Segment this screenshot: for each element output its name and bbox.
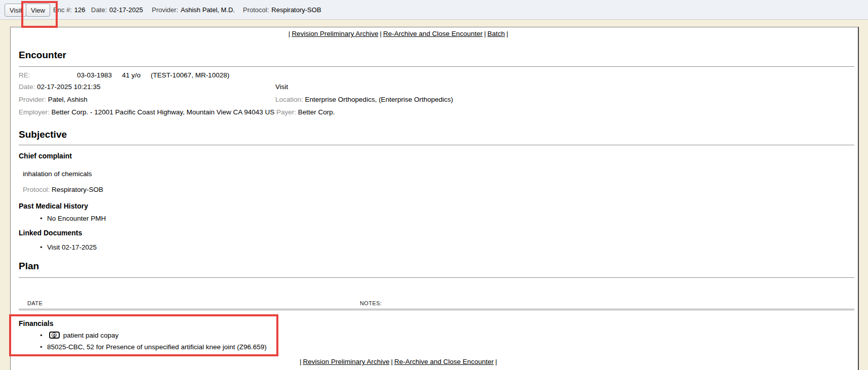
location-label: Location: — [275, 96, 303, 103]
enc-provider-field: Provider:Ashish Patel, M.D. — [152, 6, 235, 14]
section-divider — [19, 145, 854, 145]
re-line: RE:03-03-198341 y/o(TEST-10067, MR-10028… — [19, 71, 229, 79]
age-value: 41 y/o — [122, 71, 141, 79]
plan-table-divider — [19, 309, 854, 310]
enc-number-label: Enc #: — [53, 6, 72, 14]
pmh-item: No Encounter PMH — [40, 215, 106, 223]
link-separator: | — [391, 358, 393, 365]
section-divider — [19, 277, 854, 278]
dob-value: 03-03-1983 — [77, 71, 112, 79]
enc-protocol-label: Protocol: — [243, 6, 269, 14]
linked-document-text: Visit 02-17-2025 — [47, 243, 97, 251]
employer-label: Employer: — [19, 108, 50, 116]
re-label: RE: — [19, 71, 77, 79]
link-rearchive-close-encounter-bottom[interactable]: Re-Archive and Close Encounter — [394, 358, 494, 365]
archive-links-top: |Revision Preliminary Archive|Re-Archive… — [11, 30, 786, 37]
location-value: Enterprise Orthopedics, (Enterprise Orth… — [305, 96, 453, 103]
date-line: Date: 02-17-2025 10:21:35 Visit — [19, 83, 100, 91]
enc-number-value: 126 — [74, 6, 86, 14]
enc-protocol-field: Protocol:Respiratory-SOB — [243, 6, 321, 14]
section-divider — [19, 66, 854, 67]
plan-notes-header: NOTES: — [360, 300, 382, 306]
link-separator: | — [507, 30, 509, 37]
payer-value: Better Corp. — [298, 108, 335, 116]
link-separator: | — [484, 30, 486, 37]
link-separator: | — [300, 358, 302, 365]
link-separator: | — [495, 358, 498, 365]
location-field: Location: Enterprise Orthopedics, (Enter… — [275, 96, 453, 104]
linked-document-item: Visit 02-17-2025 — [40, 243, 97, 252]
enc-number-field: Enc #:126 — [53, 6, 86, 14]
plan-section-title: Plan — [19, 260, 39, 272]
linked-documents-title: Linked Documents — [19, 229, 82, 237]
link-batch[interactable]: Batch — [487, 30, 505, 37]
provider-line: Provider: Patel, Ashish Location: Enterp… — [19, 96, 88, 104]
financials-copay-text: patient paid copay — [63, 332, 119, 339]
toolbar: Visit View Enc #:126 Date:02-17-2025 Pro… — [0, 0, 868, 20]
pmh-item-text: No Encounter PMH — [47, 215, 106, 222]
enc-date-label: Date: — [91, 6, 107, 14]
provider-label: Provider: — [19, 96, 46, 103]
protocol-value: Respiratory-SOB — [52, 186, 103, 193]
link-separator: | — [380, 30, 382, 37]
financials-cbc-text: 85025-CBC, 52 for Presence of unspecifie… — [47, 343, 267, 351]
visit-type-value: Visit — [275, 83, 288, 91]
patient-ids-value: (TEST-10067, MR-10028) — [151, 71, 229, 79]
enc-date-value: 02-17-2025 — [109, 6, 143, 14]
enc-date-field: Date:02-17-2025 — [91, 6, 143, 14]
link-rearchive-close-encounter[interactable]: Re-Archive and Close Encounter — [383, 30, 483, 37]
tab-visit[interactable]: Visit — [5, 4, 27, 17]
pmh-title: Past Medical History — [19, 202, 88, 211]
financials-title: Financials — [19, 319, 53, 328]
employer-line: Employer: Better Corp. - 12001 Pacific C… — [19, 108, 335, 116]
protocol-label: Protocol: — [23, 186, 50, 193]
employer-value: Better Corp. - 12001 Pacific Coast Highw… — [52, 108, 275, 116]
date-value: 02-17-2025 10:21:35 — [37, 83, 100, 91]
tab-view[interactable]: View — [26, 4, 50, 17]
link-revision-preliminary-archive[interactable]: Revision Preliminary Archive — [292, 30, 378, 37]
plan-date-header: DATE — [27, 300, 43, 306]
enc-provider-label: Provider: — [152, 6, 178, 14]
chief-complaint-title: Chief complaint — [19, 152, 72, 160]
payer-label: Payer: — [276, 108, 296, 116]
provider-value: Patel, Ashish — [48, 96, 88, 103]
date-label: Date: — [19, 83, 35, 91]
enc-protocol-value: Respiratory-SOB — [271, 6, 321, 14]
archive-links-bottom: |Revision Preliminary Archive|Re-Archive… — [11, 358, 786, 365]
financials-item-copay: 0patient paid copay — [40, 332, 118, 340]
financials-item-cbc: 85025-CBC, 52 for Presence of unspecifie… — [40, 343, 267, 351]
encounter-document: |Revision Preliminary Archive|Re-Archive… — [10, 27, 859, 370]
encounter-section-title: Encounter — [19, 49, 66, 61]
link-separator: | — [288, 30, 291, 37]
enc-provider-value: Ashish Patel, M.D. — [181, 6, 235, 14]
chief-complaint-value: inhalation of chemicals — [23, 170, 92, 178]
money-icon-glyph: 0 — [52, 333, 57, 338]
protocol-line: Protocol: Respiratory-SOB — [23, 186, 103, 194]
link-revision-preliminary-archive-bottom[interactable]: Revision Preliminary Archive — [303, 358, 389, 365]
subjective-section-title: Subjective — [19, 129, 67, 140]
money-icon: 0 — [49, 332, 60, 339]
